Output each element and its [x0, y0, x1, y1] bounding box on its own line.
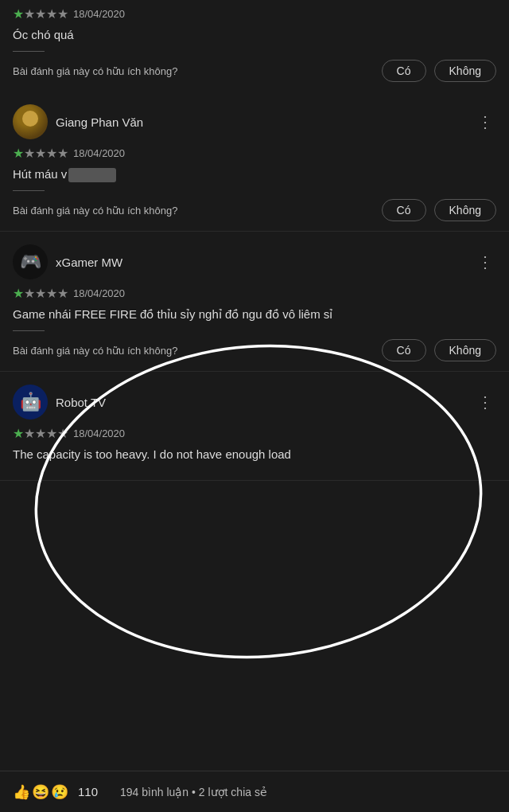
stars-row: ★ ★ ★ ★ ★ 18/04/2020	[13, 286, 496, 301]
avatar-robot: 🤖	[13, 385, 48, 420]
more-options-button[interactable]: ⋮	[474, 392, 496, 412]
star-4: ★	[46, 286, 57, 301]
bottom-stats: 194 bình luận • 2 lượt chia sẻ	[120, 786, 267, 798]
star-2: ★	[24, 6, 35, 21]
star-3: ★	[35, 6, 46, 21]
review-date: 18/04/2020	[73, 147, 125, 159]
review-date: 18/04/2020	[73, 8, 125, 20]
star-rating: ★ ★ ★ ★ ★	[13, 426, 68, 441]
haha-icon: 😆	[32, 783, 49, 801]
star-1: ★	[13, 426, 24, 441]
yes-button[interactable]: Có	[382, 339, 426, 361]
review-text: Óc chó quá	[13, 26, 496, 43]
avatar-giang	[13, 104, 48, 139]
star-rating: ★ ★ ★ ★ ★	[13, 6, 68, 21]
star-1: ★	[13, 286, 24, 301]
star-3: ★	[35, 426, 46, 441]
reviewer-name: xGamer MW	[56, 256, 474, 269]
no-button[interactable]: Không	[434, 60, 496, 82]
yes-button[interactable]: Có	[382, 199, 426, 221]
star-1: ★	[13, 146, 24, 161]
reviewer-header: 🎮 xGamer MW ⋮	[13, 244, 496, 279]
star-5: ★	[57, 426, 68, 441]
divider	[13, 330, 45, 331]
reviewer-header: Giang Phan Văn ⋮	[13, 104, 496, 139]
no-button[interactable]: Không	[434, 339, 496, 361]
stars-row: ★ ★ ★ ★ ★ 18/04/2020	[13, 426, 496, 441]
stars-row: ★ ★ ★ ★ ★ 18/04/2020	[13, 6, 496, 21]
star-2: ★	[24, 146, 35, 161]
stars-row: ★ ★ ★ ★ ★ 18/04/2020	[13, 146, 496, 161]
reviews-container: ★ ★ ★ ★ ★ 18/04/2020 Óc chó quá Bài đánh…	[0, 0, 509, 481]
star-2: ★	[24, 426, 35, 441]
sad-icon: 😢	[51, 783, 68, 801]
review-item-xgamer: 🎮 xGamer MW ⋮ ★ ★ ★ ★ ★ 18/04/2020 Game …	[0, 232, 509, 372]
reaction-count: 110	[78, 785, 98, 798]
review-item-robot: 🤖 Robot TV ⋮ ★ ★ ★ ★ ★ 18/04/2020 The ca…	[0, 372, 509, 481]
helpful-label: Bài đánh giá này có hữu ích không?	[13, 205, 374, 217]
helpful-row: Bài đánh giá này có hữu ích không? Có Kh…	[13, 339, 496, 361]
star-rating: ★ ★ ★ ★ ★	[13, 286, 68, 301]
star-2: ★	[24, 286, 35, 301]
helpful-label: Bài đánh giá này có hữu ích không?	[13, 345, 374, 357]
more-options-button[interactable]: ⋮	[474, 252, 496, 271]
review-text: The capacity is too heavy. I do not have…	[13, 446, 496, 463]
star-4: ★	[46, 426, 57, 441]
review-date: 18/04/2020	[73, 287, 125, 299]
helpful-row: Bài đánh giá này có hữu ích không? Có Kh…	[13, 60, 496, 82]
helpful-row: Bài đánh giá này có hữu ích không? Có Kh…	[13, 199, 496, 221]
like-icon: 👍	[13, 783, 30, 801]
star-5: ★	[57, 286, 68, 301]
reviewer-name: Giang Phan Văn	[56, 115, 474, 129]
star-3: ★	[35, 286, 46, 301]
avatar-xgamer: 🎮	[13, 244, 48, 279]
review-date: 18/04/2020	[73, 427, 125, 439]
review-item-partial-top: ★ ★ ★ ★ ★ 18/04/2020 Óc chó quá Bài đánh…	[0, 0, 509, 92]
review-item-giang: Giang Phan Văn ⋮ ★ ★ ★ ★ ★ 18/04/2020 Hú…	[0, 92, 509, 232]
yes-button[interactable]: Có	[382, 60, 426, 82]
bottom-bar: 👍 😆 😢 110 194 bình luận • 2 lượt chia sẻ	[0, 771, 509, 812]
star-3: ★	[35, 146, 46, 161]
helpful-label: Bài đánh giá này có hữu ích không?	[13, 65, 374, 77]
star-4: ★	[46, 146, 57, 161]
more-options-button[interactable]: ⋮	[474, 112, 496, 131]
star-1: ★	[13, 6, 24, 21]
review-text: Hút máu v	[13, 166, 496, 182]
star-5: ★	[57, 146, 68, 161]
reviewer-name: Robot TV	[56, 396, 474, 409]
divider	[13, 190, 45, 191]
star-rating: ★ ★ ★ ★ ★	[13, 146, 68, 161]
reviewer-header: 🤖 Robot TV ⋮	[13, 385, 496, 420]
review-text: Game nhái FREE FIRE đồ thỉu sỉy nghỉ đồ …	[13, 306, 496, 322]
star-5: ★	[57, 6, 68, 21]
star-4: ★	[46, 6, 57, 21]
divider	[13, 51, 45, 52]
blurred-content	[68, 168, 116, 182]
reaction-icons: 👍 😆 😢	[13, 783, 68, 801]
no-button[interactable]: Không	[434, 199, 496, 221]
